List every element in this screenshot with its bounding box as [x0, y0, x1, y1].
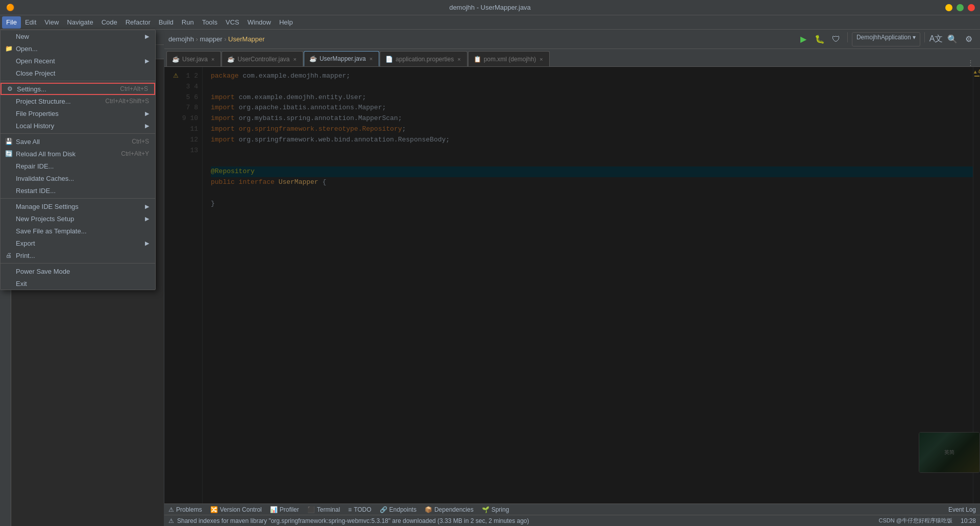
open-label: Open...: [16, 45, 149, 53]
menu-help[interactable]: Help: [275, 16, 297, 29]
menu-file[interactable]: File: [2, 16, 21, 29]
menu-repair-ide-item[interactable]: Repair IDE...: [1, 160, 155, 172]
menu-open-recent-item[interactable]: Open Recent ▶: [1, 55, 155, 67]
settings-toolbar-button[interactable]: ⚙: [962, 32, 976, 46]
dependencies-icon: 📦: [425, 506, 432, 513]
tab-user-java-close[interactable]: ×: [210, 56, 215, 62]
save-all-shortcut: Ctrl+S: [132, 138, 149, 145]
editor-tabs-bar: ☕ User.java × ☕ UserController.java × ☕ …: [164, 49, 980, 67]
version-control-icon: 🔀: [210, 506, 218, 513]
tab-mapper-close[interactable]: ×: [369, 56, 374, 62]
repair-ide-label: Repair IDE...: [16, 162, 149, 170]
spring-icon: 🌱: [482, 506, 489, 513]
menu-file-properties-item[interactable]: File Properties ▶: [1, 107, 155, 119]
spring-label: Spring: [492, 506, 509, 513]
status-time: 10:28: [961, 517, 976, 524]
menu-close-project-item[interactable]: Close Project: [1, 67, 155, 79]
menu-local-history-item[interactable]: Local History ▶: [1, 119, 155, 132]
coverage-button[interactable]: 🛡: [829, 32, 843, 46]
toolbar-sep2: [924, 32, 925, 42]
menu-run[interactable]: Run: [178, 16, 198, 29]
event-log-tab[interactable]: Event Log: [948, 506, 976, 513]
new-projects-setup-label: New Projects Setup: [16, 215, 142, 223]
search-button[interactable]: 🔍: [945, 32, 960, 46]
menu-export-item[interactable]: Export ▶: [1, 237, 155, 249]
menu-save-template-item[interactable]: Save File as Template...: [1, 225, 155, 237]
tab-overflow-button[interactable]: ⋮: [963, 59, 978, 66]
export-label: Export: [16, 240, 142, 247]
tab-app-properties[interactable]: 📄 application.properties ×: [380, 51, 468, 66]
bottom-bar: ⚠ Problems 🔀 Version Control 📊 Profiler …: [164, 504, 980, 515]
menu-new-item[interactable]: New ▶: [1, 30, 155, 42]
tab-mapper-icon: ☕: [309, 55, 317, 62]
sep-4: [1, 263, 155, 264]
reload-shortcut: Ctrl+Alt+Y: [121, 150, 149, 157]
menu-power-save-item[interactable]: Power Save Mode: [1, 265, 155, 277]
tab-pom-close[interactable]: ×: [538, 56, 544, 62]
warning-icon-status: ⚠: [168, 517, 174, 524]
translate-button[interactable]: A文: [929, 32, 943, 46]
tab-pom-xml[interactable]: 📋 pom.xml (demojhh) ×: [468, 51, 550, 66]
file-properties-arrow: ▶: [145, 110, 149, 117]
menu-print-item[interactable]: 🖨 Print...: [1, 249, 155, 261]
tab-user-java[interactable]: ☕ User.java ×: [166, 51, 221, 66]
editor-area: ⚠ 1 2 3 4 5 6 7 8 9 10 11 12 13 package …: [164, 67, 980, 504]
menu-refactor[interactable]: Refactor: [121, 16, 155, 29]
tab-props-icon: 📄: [385, 56, 393, 63]
maximize-button[interactable]: [957, 4, 964, 11]
minimize-button[interactable]: [945, 4, 952, 11]
todo-icon: ≡: [348, 506, 352, 513]
manage-ide-arrow: ▶: [145, 203, 149, 210]
menu-save-all-item[interactable]: 💾 Save All Ctrl+S: [1, 135, 155, 148]
project-structure-label: Project Structure...: [16, 98, 102, 105]
file-dropdown-menu: New ▶ 📁 Open... Open Recent ▶ Close Proj…: [0, 30, 156, 290]
menu-project-structure-item[interactable]: Project Structure... Ctrl+Alt+Shift+S: [1, 95, 155, 107]
terminal-label: Terminal: [317, 506, 340, 513]
terminal-tab[interactable]: ⬛ Terminal: [307, 506, 340, 513]
editor-toolbar: demojhh › mapper › UserMapper ▶ 🐛 🛡 Demo…: [164, 30, 980, 49]
breadcrumb-project[interactable]: demojhh: [168, 35, 194, 43]
menu-manage-ide-settings-item[interactable]: Manage IDE Settings ▶: [1, 200, 155, 212]
profiler-tab[interactable]: 📊 Profiler: [270, 506, 299, 513]
breadcrumb-usermapper[interactable]: UserMapper: [228, 35, 265, 43]
menu-window[interactable]: Window: [243, 16, 275, 29]
version-control-tab[interactable]: 🔀 Version Control: [210, 506, 262, 513]
menu-invalidate-caches-item[interactable]: Invalidate Caches...: [1, 172, 155, 184]
debug-button[interactable]: 🐛: [813, 32, 827, 46]
breadcrumb-mapper[interactable]: mapper: [200, 35, 222, 43]
tab-user-java-label: User.java: [182, 56, 208, 63]
tab-controller-close[interactable]: ×: [292, 56, 298, 62]
restart-ide-label: Restart IDE...: [16, 187, 149, 195]
problems-tab[interactable]: ⚠ Problems: [168, 506, 202, 513]
menu-build[interactable]: Build: [155, 16, 178, 29]
menu-tools[interactable]: Tools: [198, 16, 222, 29]
menu-edit[interactable]: Edit: [21, 16, 40, 29]
menu-settings-item[interactable]: ⚙ Settings... Ctrl+Alt+S: [1, 83, 155, 95]
run-config-dropdown[interactable]: DemojhhApplication ▾: [852, 32, 920, 46]
manage-ide-settings-label: Manage IDE Settings: [16, 203, 142, 210]
tab-user-controller-java[interactable]: ☕ UserController.java ×: [222, 51, 303, 66]
menu-navigate[interactable]: Navigate: [63, 16, 97, 29]
menu-vcs[interactable]: VCS: [222, 16, 243, 29]
tab-props-close[interactable]: ×: [456, 56, 461, 62]
breadcrumb-sep2: ›: [224, 35, 228, 43]
todo-tab[interactable]: ≡ TODO: [348, 506, 371, 513]
menu-view[interactable]: View: [40, 16, 63, 29]
endpoints-tab[interactable]: 🔗 Endpoints: [380, 506, 416, 513]
tab-controller-icon: ☕: [227, 56, 235, 63]
menu-new-projects-setup-item[interactable]: New Projects Setup ▶: [1, 212, 155, 225]
menu-reload-all-item[interactable]: 🔄 Reload All from Disk Ctrl+Alt+Y: [1, 148, 155, 160]
run-button[interactable]: ▶: [796, 32, 811, 46]
menu-code[interactable]: Code: [97, 16, 121, 29]
menu-exit-item[interactable]: Exit: [1, 277, 155, 290]
spring-tab[interactable]: 🌱 Spring: [482, 506, 509, 513]
local-history-arrow: ▶: [145, 123, 149, 129]
breadcrumb: demojhh › mapper › UserMapper: [168, 35, 265, 43]
tab-user-mapper-java[interactable]: ☕ UserMapper.java ×: [304, 51, 379, 66]
close-button[interactable]: [968, 4, 975, 11]
menu-restart-ide-item[interactable]: Restart IDE...: [1, 184, 155, 197]
dependencies-tab[interactable]: 📦 Dependencies: [425, 506, 474, 513]
reload-icon: 🔄: [5, 150, 13, 157]
new-projects-arrow: ▶: [145, 216, 149, 222]
menu-open-item[interactable]: 📁 Open...: [1, 42, 155, 55]
